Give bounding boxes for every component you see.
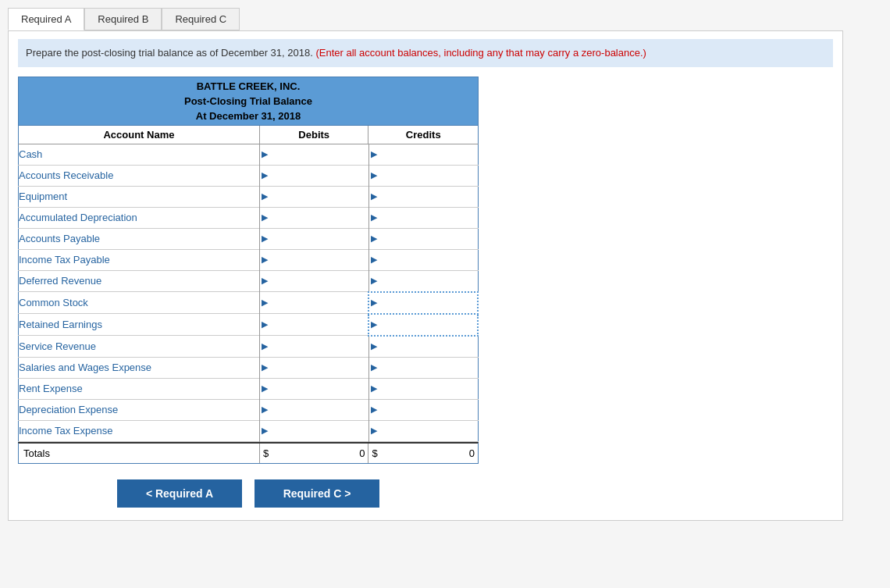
- credit-input[interactable]: [377, 421, 478, 441]
- debit-cell[interactable]: ▶: [260, 270, 369, 292]
- table-row: Rent Expense▶▶: [19, 378, 479, 399]
- credit-input[interactable]: [377, 379, 478, 399]
- debit-cell[interactable]: ▶: [260, 186, 369, 207]
- account-name-cell: Accounts Payable: [19, 228, 260, 249]
- instruction-text: Prepare the post-closing trial balance a…: [18, 39, 833, 67]
- credit-cell[interactable]: ▶: [368, 399, 478, 420]
- prev-button[interactable]: < Required A: [117, 479, 242, 508]
- tab-required-c[interactable]: Required C: [162, 8, 240, 30]
- debit-cell[interactable]: ▶: [260, 165, 369, 186]
- credit-input[interactable]: [377, 229, 478, 249]
- debit-input[interactable]: [268, 144, 368, 165]
- debit-cell[interactable]: ▶: [260, 314, 369, 336]
- credit-cell[interactable]: ▶: [368, 314, 478, 336]
- debit-input[interactable]: [268, 187, 368, 207]
- credit-cell[interactable]: ▶: [368, 144, 478, 166]
- credit-input[interactable]: [377, 315, 477, 335]
- table-row: Accounts Payable▶▶: [19, 228, 479, 249]
- account-name-cell: Accounts Receivable: [19, 165, 260, 186]
- debit-dollar-sign: $: [263, 447, 269, 459]
- credit-input[interactable]: [377, 187, 478, 207]
- col-header-credits: Credits: [368, 126, 478, 144]
- instruction-highlighted: (Enter all account balances, including a…: [315, 47, 646, 59]
- account-name-cell: Retained Earnings: [19, 314, 260, 336]
- credit-cell[interactable]: ▶: [368, 228, 478, 249]
- tab-required-b[interactable]: Required B: [84, 8, 162, 30]
- account-name-cell: Income Tax Payable: [19, 249, 260, 270]
- debit-cell[interactable]: ▶: [260, 357, 369, 378]
- credit-cell[interactable]: ▶: [368, 270, 478, 292]
- credit-input[interactable]: [377, 144, 478, 165]
- debit-cell[interactable]: ▶: [260, 249, 369, 270]
- debit-cell[interactable]: ▶: [260, 228, 369, 249]
- debit-input[interactable]: [268, 400, 368, 420]
- debit-cell[interactable]: ▶: [260, 420, 369, 441]
- credit-cell[interactable]: ▶: [368, 249, 478, 270]
- col-header-account: Account Name: [19, 126, 260, 144]
- credit-input[interactable]: [377, 293, 477, 313]
- debit-input[interactable]: [268, 358, 368, 378]
- credit-input[interactable]: [377, 271, 478, 291]
- account-name-cell: Salaries and Wages Expense: [19, 357, 260, 378]
- tab-bar: Required A Required B Required C: [8, 8, 240, 30]
- credit-input[interactable]: [377, 337, 478, 357]
- credit-cell[interactable]: ▶: [368, 357, 478, 378]
- account-name-cell: Income Tax Expense: [19, 420, 260, 441]
- debit-cell[interactable]: ▶: [260, 144, 369, 166]
- table-row: Retained Earnings▶▶: [19, 314, 479, 336]
- credit-input[interactable]: [377, 250, 478, 270]
- table-row: Accumulated Depreciation▶▶: [19, 207, 479, 228]
- totals-row: Totals $ 0 $ 0: [18, 442, 479, 464]
- table-row: Accounts Receivable▶▶: [19, 165, 479, 186]
- totals-debit: $ 0: [260, 444, 369, 463]
- account-name-cell: Service Revenue: [19, 336, 260, 358]
- debit-cell[interactable]: ▶: [260, 399, 369, 420]
- table-row: Income Tax Expense▶▶: [19, 420, 479, 441]
- credit-cell[interactable]: ▶: [368, 378, 478, 399]
- debit-input[interactable]: [268, 315, 368, 335]
- credit-cell[interactable]: ▶: [368, 165, 478, 186]
- debit-input[interactable]: [268, 208, 368, 228]
- credit-cell[interactable]: ▶: [368, 207, 478, 228]
- report-title: Post-Closing Trial Balance: [19, 94, 478, 109]
- debit-input[interactable]: [268, 336, 368, 356]
- tab-required-a[interactable]: Required A: [8, 8, 84, 30]
- credit-input[interactable]: [377, 400, 478, 420]
- debit-input[interactable]: [268, 229, 368, 249]
- debit-input[interactable]: [268, 250, 368, 270]
- account-name-cell: Cash: [19, 144, 260, 166]
- data-rows: Cash▶▶Accounts Receivable▶▶Equipment▶▶Ac…: [18, 144, 479, 442]
- credit-cell[interactable]: ▶: [368, 292, 478, 314]
- debit-input[interactable]: [268, 421, 368, 441]
- trial-balance-table: BATTLE CREEK, INC. Post-Closing Trial Ba…: [18, 77, 479, 464]
- table-row: Salaries and Wages Expense▶▶: [19, 357, 479, 378]
- account-name-cell: Accumulated Depreciation: [19, 207, 260, 228]
- credit-cell[interactable]: ▶: [368, 420, 478, 441]
- account-name-cell: Equipment: [19, 186, 260, 207]
- debit-cell[interactable]: ▶: [260, 292, 369, 314]
- debit-input[interactable]: [268, 379, 368, 399]
- next-button[interactable]: Required C >: [255, 479, 379, 508]
- totals-label: Totals: [19, 444, 260, 463]
- credit-input[interactable]: [377, 166, 478, 186]
- credit-dollar-sign: $: [372, 447, 377, 459]
- debit-input[interactable]: [268, 166, 368, 186]
- credit-total-value: 0: [379, 447, 475, 459]
- table-row: Depreciation Expense▶▶: [19, 399, 479, 420]
- column-headers: Account Name Debits Credits: [18, 126, 479, 144]
- debit-cell[interactable]: ▶: [260, 207, 369, 228]
- debit-input[interactable]: [268, 271, 368, 291]
- credit-cell[interactable]: ▶: [368, 336, 478, 358]
- account-name-cell: Deferred Revenue: [19, 270, 260, 292]
- debit-cell[interactable]: ▶: [260, 378, 369, 399]
- debit-cell[interactable]: ▶: [260, 336, 369, 358]
- credit-input[interactable]: [377, 208, 478, 228]
- credit-cell[interactable]: ▶: [368, 186, 478, 207]
- debit-total-value: 0: [270, 447, 365, 459]
- account-name-cell: Rent Expense: [19, 378, 260, 399]
- instruction-main: Prepare the post-closing trial balance a…: [26, 47, 313, 59]
- credit-input[interactable]: [377, 358, 478, 378]
- company-name: BATTLE CREEK, INC.: [19, 77, 478, 94]
- table-row: Cash▶▶: [19, 144, 479, 166]
- debit-input[interactable]: [268, 293, 368, 313]
